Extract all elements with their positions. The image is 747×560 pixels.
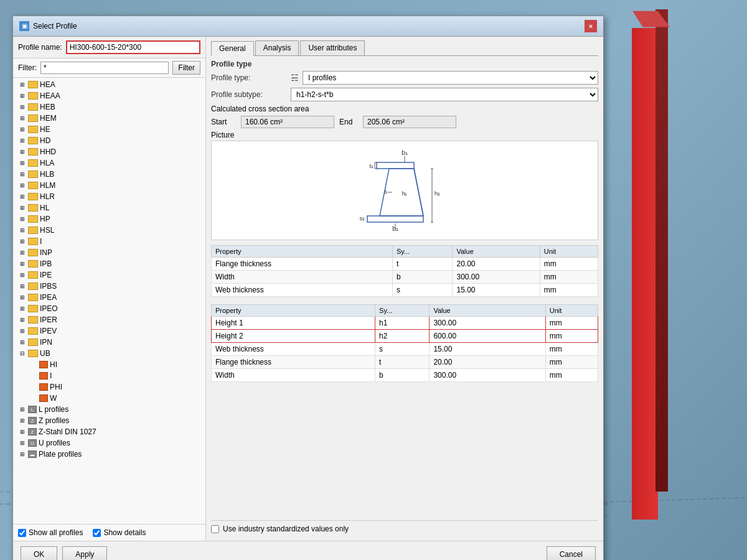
table-row-web-thickness: Web thickness s 15.00 mm bbox=[212, 284, 598, 297]
calc-end-label: End bbox=[339, 118, 358, 126]
dialog-close-button[interactable]: × bbox=[585, 20, 597, 32]
tree-item-hlb[interactable]: ⊞ HLB bbox=[16, 169, 205, 180]
col-value-bottom: Value bbox=[430, 305, 545, 317]
expander-ipea: ⊞ bbox=[18, 293, 27, 302]
filter-input[interactable] bbox=[40, 62, 169, 74]
cell-flange2-val: 20.00 bbox=[430, 356, 545, 369]
tree-item-hea[interactable]: ⊞ HEA bbox=[16, 79, 205, 90]
tree-item-hhd[interactable]: ⊞ HHD bbox=[16, 146, 205, 157]
tree-item-hd[interactable]: ⊞ HD bbox=[16, 135, 205, 146]
tree-item-hla[interactable]: ⊞ HLA bbox=[16, 157, 205, 169]
expander-hla: ⊞ bbox=[18, 159, 27, 167]
tree-item-i[interactable]: ⊞ I bbox=[16, 236, 205, 247]
tree-item-ub[interactable]: ⊟ UB bbox=[16, 348, 205, 359]
table-row-height1[interactable]: Height 1 h1 mm bbox=[212, 317, 598, 330]
profile-type-select[interactable]: I profiles bbox=[303, 71, 598, 85]
tab-general[interactable]: General bbox=[211, 41, 254, 56]
tree-label-hsl: HSL bbox=[40, 226, 54, 235]
use-industry-checkbox[interactable] bbox=[211, 525, 219, 533]
tree-label-hl: HL bbox=[40, 203, 49, 212]
tree-item-ipbs[interactable]: ⊞ IPBS bbox=[16, 281, 205, 292]
svg-line-12 bbox=[414, 169, 423, 216]
cell-height2-sym: h2 bbox=[375, 330, 430, 343]
cancel-button[interactable]: Cancel bbox=[547, 546, 596, 560]
tree-label-ipea: IPEA bbox=[40, 293, 57, 302]
tabs-row: General Analysis User attributes bbox=[211, 40, 598, 56]
expander-ipev: ⊞ bbox=[18, 327, 27, 335]
tree-item-inp[interactable]: ⊞ INP bbox=[16, 247, 205, 258]
show-all-profiles-checkbox[interactable] bbox=[18, 529, 26, 537]
tree-item-plate-profiles[interactable]: ⊞ ▬ Plate profiles bbox=[16, 449, 205, 460]
cell-symbol: b bbox=[392, 271, 453, 284]
cell-web-sym: s bbox=[375, 343, 430, 356]
ok-button[interactable]: OK bbox=[21, 546, 57, 560]
tree-item-hlm[interactable]: ⊞ HLM bbox=[16, 180, 205, 191]
tree-item-ipeo[interactable]: ⊞ IPEO bbox=[16, 303, 205, 314]
tree-item-z-profiles[interactable]: ⊞ Z Z profiles bbox=[16, 415, 205, 426]
tree-item-hsl[interactable]: ⊞ HSL bbox=[16, 225, 205, 236]
tree-item-ipev[interactable]: ⊞ IPEV bbox=[16, 325, 205, 337]
tree-item-u-profiles[interactable]: ⊞ U U profiles bbox=[16, 437, 205, 449]
show-all-profiles-check[interactable]: Show all profiles bbox=[18, 528, 83, 537]
tree-container[interactable]: ⊞ HEA ⊞ HEAA ⊞ HEB ⊞ HEM bbox=[13, 78, 205, 524]
profile-subtype-row: Profile subtype: h1-h2-s-t*b bbox=[211, 88, 598, 101]
cell-height2-val[interactable] bbox=[430, 330, 545, 343]
filter-button[interactable]: Filter bbox=[172, 61, 200, 75]
tab-user-attributes[interactable]: User attributes bbox=[300, 40, 365, 55]
cell-height1-val[interactable] bbox=[430, 317, 545, 330]
profile-name-input[interactable] bbox=[66, 40, 200, 54]
tree-item-ipea[interactable]: ⊞ IPEA bbox=[16, 292, 205, 303]
bottom-props-table: Property Sy... Value Unit Height 1 h1 mm bbox=[211, 304, 598, 382]
expander-ipeo: ⊞ bbox=[18, 304, 27, 313]
tree-item-iper[interactable]: ⊞ IPER bbox=[16, 314, 205, 325]
profile-name-label: Profile name: bbox=[18, 43, 62, 52]
height1-input[interactable] bbox=[433, 319, 471, 327]
tree-item-hem[interactable]: ⊞ HEM bbox=[16, 113, 205, 124]
calc-end-value: 205.06 cm² bbox=[363, 116, 456, 128]
tree-item-ipe[interactable]: ⊞ IPE bbox=[16, 269, 205, 281]
expander-hlr: ⊞ bbox=[18, 192, 27, 201]
cell-flange2-prop: Flange thickness bbox=[212, 356, 375, 369]
cell-value: 20.00 bbox=[453, 258, 540, 271]
tree-item-hlr[interactable]: ⊞ HLR bbox=[16, 191, 205, 202]
tree-item-hl[interactable]: ⊞ HL bbox=[16, 202, 205, 213]
tree-item-z-stahl[interactable]: ⊞ Z Z-Stahl DIN 1027 bbox=[16, 426, 205, 437]
tree-item-w[interactable]: ⊞ W bbox=[27, 393, 205, 404]
height2-input[interactable] bbox=[433, 332, 471, 340]
show-details-label: Show details bbox=[103, 528, 146, 537]
tree-item-l-profiles[interactable]: ⊞ L L profiles bbox=[16, 404, 205, 415]
tree-item-i-child[interactable]: ⊞ I bbox=[27, 370, 205, 381]
tree-item-hp[interactable]: ⊞ HP bbox=[16, 213, 205, 225]
expander-iper: ⊞ bbox=[18, 315, 27, 324]
cell-width2-val: 300.00 bbox=[430, 369, 545, 382]
picture-section-label: Picture bbox=[211, 131, 598, 139]
expander-ipb: ⊞ bbox=[18, 259, 27, 268]
tree-item-heb[interactable]: ⊞ HEB bbox=[16, 101, 205, 113]
tree-label-inp: INP bbox=[40, 248, 52, 257]
cell-height1-prop: Height 1 bbox=[212, 317, 375, 330]
cell-unit: mm bbox=[540, 284, 598, 297]
tree-item-phi[interactable]: ⊞ PHI bbox=[27, 381, 205, 393]
show-details-check[interactable]: Show details bbox=[93, 528, 146, 537]
tree-item-ipn[interactable]: ⊞ IPN bbox=[16, 337, 205, 348]
apply-button[interactable]: Apply bbox=[62, 546, 107, 560]
picture-section: b₁ t₁ s h₁ bbox=[211, 141, 598, 240]
svg-text:s₂: s₂ bbox=[360, 215, 365, 222]
tree-item-he[interactable]: ⊞ HE bbox=[16, 124, 205, 135]
table-row-height2[interactable]: Height 2 h2 mm bbox=[212, 330, 598, 343]
tree-item-hi[interactable]: ⊞ HI bbox=[27, 359, 205, 370]
dialog-footer: OK Apply Cancel bbox=[13, 541, 603, 560]
tree-label-hlr: HLR bbox=[40, 192, 55, 201]
profile-subtype-select[interactable]: h1-h2-s-t*b bbox=[291, 88, 598, 101]
tree-label-phi: PHI bbox=[50, 383, 62, 391]
tree-item-ipb[interactable]: ⊞ IPB bbox=[16, 258, 205, 269]
tab-analysis[interactable]: Analysis bbox=[255, 40, 299, 55]
cell-web-prop: Web thickness bbox=[212, 343, 375, 356]
expander-ipe: ⊞ bbox=[18, 271, 27, 279]
tree-item-heaa[interactable]: ⊞ HEAA bbox=[16, 90, 205, 101]
cell-property: Flange thickness bbox=[212, 258, 393, 271]
cell-symbol: s bbox=[392, 284, 453, 297]
show-details-checkbox[interactable] bbox=[93, 529, 101, 537]
select-profile-dialog: ▣ Select Profile × Profile name: Filter:… bbox=[12, 16, 604, 560]
tree-label-ipb: IPB bbox=[40, 259, 52, 268]
